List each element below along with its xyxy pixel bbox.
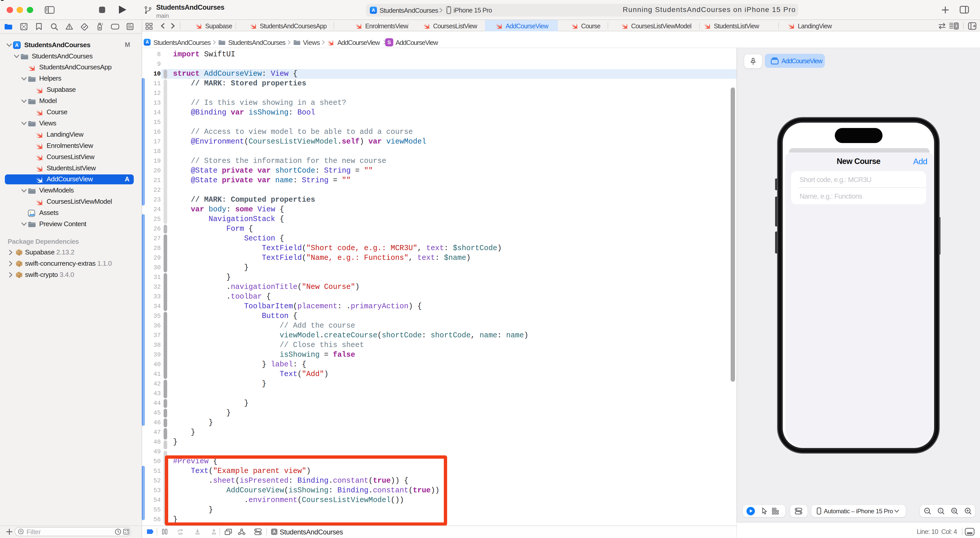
svg-text:1: 1 [940, 509, 942, 513]
